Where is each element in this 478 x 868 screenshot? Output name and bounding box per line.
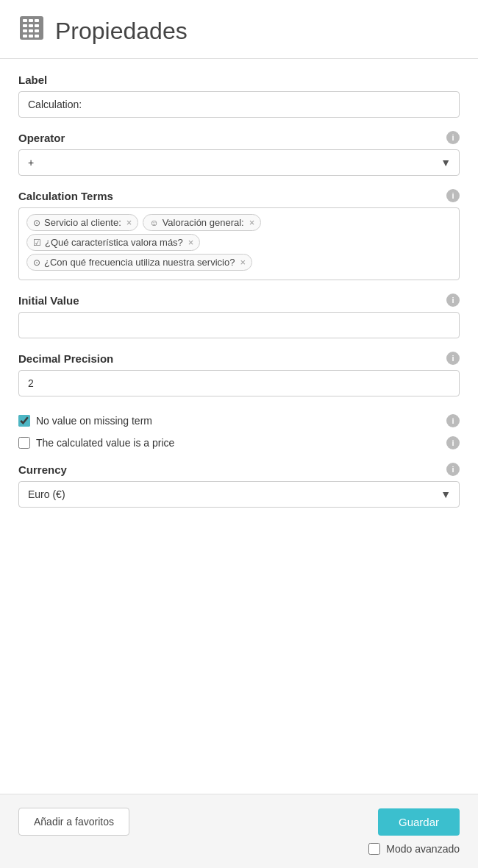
svg-rect-9 bbox=[35, 29, 39, 32]
svg-rect-10 bbox=[23, 35, 27, 38]
no-value-missing-term-row: No value on missing term i bbox=[18, 410, 460, 432]
footer-top: Añadir a favoritos Guardar bbox=[18, 808, 460, 836]
tag-servicio-label: Servicio al cliente: bbox=[44, 217, 121, 228]
calculation-terms-info-icon[interactable]: i bbox=[446, 189, 460, 202]
initial-value-input[interactable] bbox=[18, 312, 460, 338]
tag-valoracion-label: Valoración general: bbox=[163, 217, 244, 228]
decimal-precision-field-group: Decimal Precision i bbox=[18, 352, 460, 396]
no-value-missing-term-left: No value on missing term bbox=[18, 415, 152, 427]
tags-row-1: ⊙ Servicio al cliente: × ☺ Valoración ge… bbox=[26, 214, 452, 231]
svg-rect-12 bbox=[35, 35, 39, 38]
svg-rect-7 bbox=[23, 29, 27, 32]
tag-frecuencia-label: ¿Con qué frecuencia utiliza nuestra serv… bbox=[44, 257, 235, 268]
tag-servicio: ⊙ Servicio al cliente: × bbox=[26, 214, 138, 231]
operator-field-title: Operator i bbox=[18, 131, 460, 144]
initial-value-field-title: Initial Value i bbox=[18, 294, 460, 307]
decimal-precision-info-icon[interactable]: i bbox=[446, 352, 460, 365]
currency-select[interactable]: Euro (€) US Dollar ($) British Pound (£) bbox=[18, 481, 460, 508]
decimal-precision-input[interactable] bbox=[18, 370, 460, 396]
initial-value-info-icon[interactable]: i bbox=[446, 294, 460, 307]
advanced-mode-checkbox[interactable] bbox=[368, 843, 380, 855]
calculation-terms-field-title: Calculation Terms i bbox=[18, 189, 460, 202]
tag-valoracion: ☺ Valoración general: × bbox=[143, 214, 261, 231]
svg-rect-11 bbox=[29, 35, 33, 38]
calculated-value-price-info-icon[interactable]: i bbox=[446, 436, 460, 449]
tag-caracteristica: ☑ ¿Qué característica valora más? × bbox=[26, 234, 200, 251]
advanced-mode-label: Modo avanzado bbox=[386, 843, 460, 855]
svg-rect-1 bbox=[23, 19, 27, 22]
tag-frecuencia: ⊙ ¿Con qué frecuencia utiliza nuestra se… bbox=[26, 254, 252, 271]
tag-caracteristica-close[interactable]: × bbox=[188, 238, 194, 247]
tag-servicio-close[interactable]: × bbox=[126, 218, 132, 227]
operator-info-icon[interactable]: i bbox=[446, 131, 460, 144]
no-value-missing-term-checkbox[interactable] bbox=[18, 415, 30, 427]
save-button[interactable]: Guardar bbox=[378, 808, 460, 836]
tag-caracteristica-label: ¿Qué característica valora más? bbox=[45, 237, 183, 248]
header: Propiedades bbox=[0, 0, 478, 59]
label-field-title: Label bbox=[18, 74, 460, 86]
footer-bottom: Modo avanzado bbox=[18, 843, 460, 855]
currency-select-wrapper: Euro (€) US Dollar ($) British Pound (£)… bbox=[18, 481, 460, 508]
add-to-favorites-button[interactable]: Añadir a favoritos bbox=[18, 808, 129, 836]
currency-field-title: Currency i bbox=[18, 463, 460, 476]
currency-info-icon[interactable]: i bbox=[446, 463, 460, 476]
page-container: Propiedades Label Operator i + - * / bbox=[0, 0, 478, 868]
decimal-precision-field-title: Decimal Precision i bbox=[18, 352, 460, 365]
operator-select[interactable]: + - * / bbox=[18, 149, 460, 176]
calculation-terms-field-group: Calculation Terms i ⊙ Servicio al client… bbox=[18, 189, 460, 280]
tags-row-3: ⊙ ¿Con qué frecuencia utiliza nuestra se… bbox=[26, 254, 452, 271]
no-value-missing-term-label: No value on missing term bbox=[36, 415, 152, 427]
calculated-value-price-label: The calculated value is a price bbox=[36, 437, 174, 449]
calculated-value-price-checkbox[interactable] bbox=[18, 437, 30, 449]
no-value-missing-term-info-icon[interactable]: i bbox=[446, 414, 460, 427]
calculated-value-price-row: The calculated value is a price i bbox=[18, 432, 460, 454]
label-input[interactable] bbox=[18, 91, 460, 118]
tags-row-2: ☑ ¿Qué característica valora más? × bbox=[26, 234, 452, 251]
initial-value-field-group: Initial Value i bbox=[18, 294, 460, 338]
currency-field-group: Currency i Euro (€) US Dollar ($) Britis… bbox=[18, 463, 460, 508]
operator-select-wrapper: + - * / ▼ bbox=[18, 149, 460, 176]
tag-frecuencia-close[interactable]: × bbox=[240, 257, 246, 267]
tag-smile-icon: ☺ bbox=[149, 218, 158, 228]
svg-rect-8 bbox=[29, 29, 33, 32]
svg-rect-6 bbox=[35, 24, 39, 27]
page-title: Propiedades bbox=[55, 18, 188, 45]
label-field-group: Label bbox=[18, 74, 460, 118]
tag-radio-icon: ⊙ bbox=[33, 218, 40, 228]
decimal-precision-wrapper bbox=[18, 370, 460, 396]
tag-checkbox-icon: ☑ bbox=[33, 238, 41, 248]
tag-radio2-icon: ⊙ bbox=[33, 257, 40, 268]
calculator-icon bbox=[18, 15, 45, 47]
operator-field-group: Operator i + - * / ▼ bbox=[18, 131, 460, 176]
tag-valoracion-close[interactable]: × bbox=[249, 218, 255, 227]
footer: Añadir a favoritos Guardar Modo avanzado bbox=[0, 794, 478, 868]
calculated-value-price-left: The calculated value is a price bbox=[18, 437, 174, 449]
svg-rect-2 bbox=[29, 19, 33, 22]
content-area: Label Operator i + - * / ▼ Ca bbox=[0, 59, 478, 794]
svg-rect-3 bbox=[35, 19, 39, 22]
svg-rect-5 bbox=[29, 24, 33, 27]
calculation-terms-tags-container[interactable]: ⊙ Servicio al cliente: × ☺ Valoración ge… bbox=[18, 207, 460, 280]
svg-rect-4 bbox=[23, 24, 27, 27]
